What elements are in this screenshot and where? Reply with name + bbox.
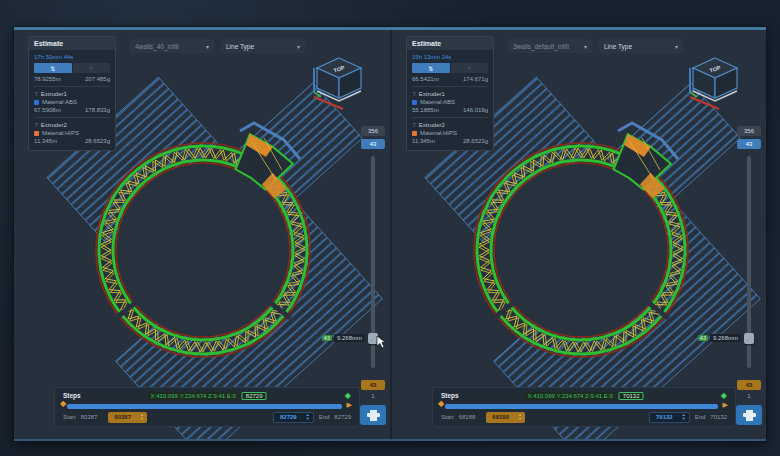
- layer-slider: 356 43 43 9.268mm 43 1: [360, 126, 386, 425]
- extruder-icon: ⊤: [412, 91, 417, 97]
- total-weight: 174.671g: [463, 76, 488, 82]
- print-button[interactable]: [736, 405, 762, 425]
- end-label: End: [319, 414, 330, 420]
- layer-number-badge: 43: [322, 335, 332, 341]
- extruder1-weight: 146.019g: [463, 107, 488, 113]
- view-cube[interactable]: TOP: [310, 54, 368, 112]
- estimate-panel: Estimate 15h 13min 24s ⇅ ○ 66.5421m 174.…: [406, 36, 494, 151]
- extruder-icon: ⊤: [412, 122, 417, 128]
- extruder1-name: Extruder1: [419, 91, 445, 97]
- total-weight: 207.485g: [85, 76, 110, 82]
- steps-label: Steps: [441, 392, 459, 399]
- length-icon: ⇅: [428, 65, 433, 72]
- length-toggle[interactable]: ⇅: [412, 63, 450, 73]
- layer-height-label: 9.268mm: [710, 334, 741, 342]
- start-label: Start: [441, 414, 454, 420]
- mouse-cursor: [376, 335, 386, 349]
- layer-max-chip: 356: [361, 126, 385, 136]
- line-type-select[interactable]: Line Type ▾: [221, 39, 305, 53]
- steps-bar: Steps X:410.099 Y:234.674 Z:9.41 E:0 827…: [54, 387, 360, 427]
- extruder2-material: Material:HIPS: [420, 130, 457, 136]
- layer-bottom-chip: 43: [737, 380, 761, 390]
- estimate-panel: Estimate 17h 50min 44s ⇅ ○ 78.9255m 207.…: [28, 36, 116, 151]
- end-value: 82729: [334, 414, 351, 420]
- estimate-time: 15h 13min 24s: [412, 54, 488, 60]
- line-type-value: Line Type: [226, 43, 254, 50]
- start-stepper[interactable]: ▲▼: [515, 413, 525, 421]
- abs-swatch: [34, 100, 39, 105]
- layer-slider-handle[interactable]: [744, 333, 754, 344]
- printer-icon: [743, 410, 756, 421]
- view-cube[interactable]: TOP: [686, 54, 744, 112]
- file-select[interactable]: 3walls_default_infill ▾: [508, 39, 592, 53]
- extruder2-length: 11.345m: [412, 138, 435, 144]
- app-window: Estimate 17h 50min 44s ⇅ ○ 78.9255m 207.…: [14, 27, 766, 441]
- start-step-input[interactable]: 80387 ▲▼: [108, 412, 147, 423]
- line-type-select[interactable]: Line Type ▾: [599, 39, 683, 53]
- estimate-time: 17h 50min 44s: [34, 54, 110, 60]
- chevron-down-icon: ▾: [206, 43, 209, 50]
- extruder2-weight: 28.6523g: [85, 138, 110, 144]
- weight-icon: ○: [467, 65, 471, 71]
- extruder1-name: Extruder1: [41, 91, 67, 97]
- start-marker-icon[interactable]: ◆: [438, 400, 444, 408]
- file-select-value: 4walls_40_infill: [135, 43, 179, 50]
- weight-icon: ○: [89, 65, 93, 71]
- start-value: 68188: [459, 414, 476, 420]
- current-step-value: 82729: [242, 392, 267, 400]
- end-stepper[interactable]: ▲▼: [679, 413, 689, 421]
- steps-label: Steps: [63, 392, 81, 399]
- layer-height-label: 9.268mm: [334, 334, 365, 342]
- range-end-arrow-icon[interactable]: ▶: [347, 401, 352, 408]
- layer-slider: 356 43 43 9.268mm 43 1: [736, 126, 762, 425]
- start-value: 80387: [81, 414, 98, 420]
- hips-swatch: [34, 131, 39, 136]
- extruder2-material: Material:HIPS: [42, 130, 79, 136]
- weight-toggle[interactable]: ○: [451, 63, 489, 73]
- start-stepper[interactable]: ▲▼: [137, 413, 147, 421]
- steps-range-track[interactable]: [67, 404, 342, 409]
- steps-range-track[interactable]: [445, 404, 718, 409]
- extruder1-length: 55.1885m: [412, 107, 439, 113]
- chevron-down-icon: ▾: [584, 43, 587, 50]
- preview-panel-right: Estimate 15h 13min 24s ⇅ ○ 66.5421m 174.…: [390, 30, 766, 439]
- end-stepper[interactable]: ▲▼: [303, 413, 313, 421]
- estimate-title: Estimate: [29, 37, 115, 50]
- layer-handle-tooltip: 43 9.268mm: [698, 334, 741, 342]
- desktop: { "icons": { "caret": "▾", "diamond": "◆…: [0, 0, 780, 456]
- gcode-coordinates: X:410.099 Y:234.674 Z:9.41 E:0: [525, 392, 616, 400]
- start-step-input[interactable]: 68188 ▲▼: [486, 412, 525, 423]
- extruder-icon: ⊤: [34, 91, 39, 97]
- extruder2-name: Extruder2: [41, 122, 67, 128]
- hips-swatch: [412, 131, 417, 136]
- estimate-title: Estimate: [407, 37, 493, 50]
- total-length: 78.9255m: [34, 76, 61, 82]
- end-marker-icon[interactable]: ◆: [345, 392, 351, 400]
- abs-swatch: [412, 100, 417, 105]
- layer-current-chip: 43: [737, 139, 761, 149]
- chevron-down-icon: ▾: [675, 43, 678, 50]
- total-length: 66.5421m: [412, 76, 439, 82]
- length-toggle[interactable]: ⇅: [34, 63, 72, 73]
- layer-min-label: 1: [371, 393, 374, 399]
- end-step-input[interactable]: 70132 ▲▼: [649, 412, 690, 423]
- line-type-value: Line Type: [604, 43, 632, 50]
- file-select[interactable]: 4walls_40_infill ▾: [130, 39, 214, 53]
- print-button[interactable]: [360, 405, 386, 425]
- end-step-input[interactable]: 82729 ▲▼: [273, 412, 314, 423]
- extruder2-length: 11.345m: [34, 138, 57, 144]
- extruder-icon: ⊤: [34, 122, 39, 128]
- weight-toggle[interactable]: ○: [73, 63, 111, 73]
- printer-icon: [367, 410, 380, 421]
- end-marker-icon[interactable]: ◆: [721, 392, 727, 400]
- extruder2-name: Extruder2: [419, 122, 445, 128]
- start-label: Start: [63, 414, 76, 420]
- start-marker-icon[interactable]: ◆: [60, 400, 66, 408]
- range-end-arrow-icon[interactable]: ▶: [723, 401, 728, 408]
- chevron-down-icon: ▾: [297, 43, 300, 50]
- preview-panel-left: Estimate 17h 50min 44s ⇅ ○ 78.9255m 207.…: [14, 30, 390, 439]
- end-label: End: [695, 414, 706, 420]
- extruder1-material: Material:ABS: [420, 99, 455, 105]
- layer-number-badge: 43: [698, 335, 708, 341]
- current-step-value: 70132: [619, 392, 644, 400]
